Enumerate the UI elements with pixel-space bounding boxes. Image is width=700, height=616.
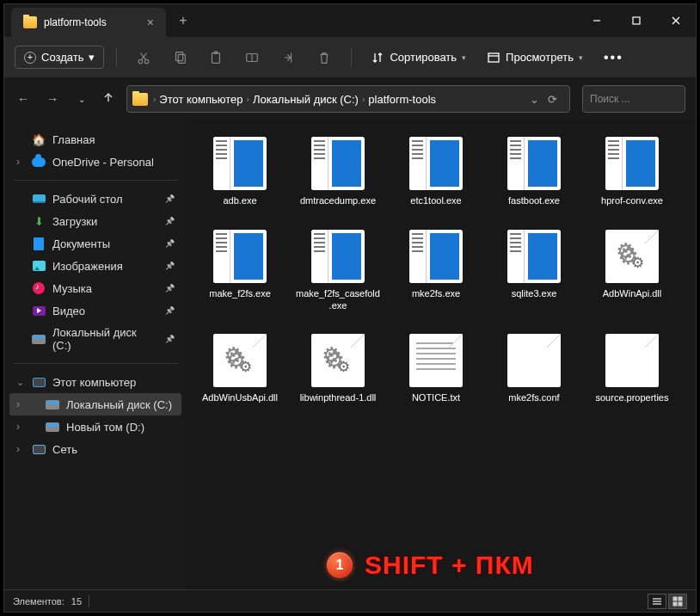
sidebar-item-onedrive[interactable]: OneDrive - Personal bbox=[9, 151, 181, 173]
sidebar-item-home[interactable]: 🏠Главная bbox=[9, 128, 181, 151]
exe-icon bbox=[213, 137, 267, 190]
sidebar-item-drive-c[interactable]: Локальный диск (C:) bbox=[9, 393, 181, 416]
search-input[interactable]: Поиск ... bbox=[582, 85, 685, 113]
breadcrumb[interactable]: › Этот компьютер › Локальный диск (C:) ›… bbox=[126, 85, 570, 113]
minimize-button[interactable] bbox=[577, 4, 617, 37]
breadcrumb-item[interactable]: platform-tools bbox=[368, 93, 436, 106]
view-icon bbox=[487, 51, 500, 65]
svg-line-7 bbox=[141, 52, 146, 59]
paste-button[interactable] bbox=[201, 45, 230, 71]
forward-button[interactable]: → bbox=[44, 92, 61, 106]
cut-button[interactable] bbox=[129, 45, 158, 71]
exe-icon bbox=[409, 230, 463, 283]
recent-dropdown[interactable]: ⌄ bbox=[73, 95, 90, 104]
create-button[interactable]: + Создать ▾ bbox=[15, 46, 104, 69]
file-label: AdbWinUsbApi.dll bbox=[202, 392, 278, 404]
rename-button[interactable] bbox=[237, 45, 267, 71]
close-tab-icon[interactable]: × bbox=[147, 15, 154, 29]
delete-button[interactable] bbox=[310, 45, 339, 71]
file-item[interactable]: make_f2fs_casefold.exe bbox=[292, 226, 384, 316]
file-item[interactable]: mke2fs.exe bbox=[390, 226, 482, 316]
file-item[interactable]: NOTICE.txt bbox=[390, 330, 482, 408]
download-icon: ⬇ bbox=[32, 214, 46, 228]
up-button[interactable] bbox=[102, 91, 114, 107]
search-placeholder: Поиск ... bbox=[590, 93, 630, 105]
desktop-icon bbox=[32, 192, 46, 206]
dll-icon: ⚙⚙ bbox=[311, 334, 365, 387]
content-area[interactable]: adb.exedmtracedump.exeetc1tool.exefastbo… bbox=[187, 120, 696, 589]
copy-button[interactable] bbox=[165, 45, 194, 71]
file-label: sqlite3.exe bbox=[512, 288, 557, 300]
sort-button[interactable]: Сортировать ▾ bbox=[364, 46, 473, 69]
file-item[interactable]: adb.exe bbox=[193, 133, 286, 211]
sidebar-item-video[interactable]: Видео bbox=[9, 299, 181, 322]
chevron-down-icon: ▾ bbox=[462, 53, 466, 62]
music-icon bbox=[32, 281, 46, 295]
chevron-down-icon: ▾ bbox=[579, 53, 583, 62]
sidebar-item-desktop[interactable]: Рабочий стол bbox=[9, 188, 181, 210]
annotation-text: SHIFT + ПКМ bbox=[365, 551, 534, 580]
more-button[interactable]: ••• bbox=[597, 50, 630, 65]
sidebar-item-downloads[interactable]: ⬇Загрузки bbox=[9, 210, 181, 232]
sidebar-item-music[interactable]: Музыка bbox=[9, 277, 181, 299]
tab-active[interactable]: platform-tools × bbox=[11, 8, 166, 37]
sidebar-item-thispc[interactable]: Этот компьютер bbox=[9, 371, 181, 393]
chevron-right-icon: › bbox=[247, 95, 249, 104]
sidebar-item-documents[interactable]: Документы bbox=[9, 232, 181, 255]
file-item[interactable]: hprof-conv.exe bbox=[586, 133, 679, 211]
icons-view-button[interactable] bbox=[668, 594, 687, 609]
file-item[interactable]: source.properties bbox=[586, 330, 679, 408]
sidebar-item-pictures[interactable]: Изображения bbox=[9, 255, 181, 277]
item-count-label: Элементов: bbox=[13, 596, 64, 607]
exe-icon bbox=[311, 230, 365, 283]
file-item[interactable]: ⚙⚙libwinpthread-1.dll bbox=[292, 330, 384, 408]
sidebar-item-drive-d[interactable]: Новый том (D:) bbox=[9, 416, 181, 438]
create-label: Создать bbox=[41, 51, 83, 64]
svg-rect-10 bbox=[212, 52, 220, 63]
separator bbox=[13, 363, 178, 364]
txt-icon bbox=[409, 334, 463, 387]
breadcrumb-item[interactable]: Этот компьютер bbox=[159, 93, 243, 106]
file-label: hprof-conv.exe bbox=[601, 195, 663, 207]
image-icon bbox=[32, 259, 46, 273]
file-label: AdbWinApi.dll bbox=[603, 288, 661, 300]
file-label: fastboot.exe bbox=[508, 195, 560, 207]
body: 🏠Главная OneDrive - Personal Рабочий сто… bbox=[4, 120, 696, 589]
svg-rect-21 bbox=[673, 602, 677, 606]
annotation-badge: 1 bbox=[327, 552, 353, 578]
file-item[interactable]: dmtracedump.exe bbox=[292, 133, 384, 211]
details-view-button[interactable] bbox=[648, 594, 666, 609]
svg-line-6 bbox=[142, 52, 147, 59]
view-button[interactable]: Просмотреть ▾ bbox=[480, 46, 590, 69]
tab-title: platform-tools bbox=[44, 16, 140, 28]
file-item[interactable]: etc1tool.exe bbox=[390, 133, 482, 211]
refresh-button[interactable]: ⟳ bbox=[548, 93, 557, 106]
sidebar-item-drive-c[interactable]: Локальный диск (C:) bbox=[9, 322, 181, 356]
annotation-overlay: 1 SHIFT + ПКМ bbox=[327, 551, 534, 580]
exe-icon bbox=[213, 230, 267, 283]
maximize-button[interactable] bbox=[617, 4, 656, 37]
file-item[interactable]: mke2fs.conf bbox=[488, 330, 580, 408]
share-button[interactable] bbox=[273, 45, 303, 71]
chevron-down-icon: ▾ bbox=[89, 51, 95, 64]
svg-rect-20 bbox=[679, 597, 682, 601]
sidebar-item-network[interactable]: Сеть bbox=[9, 438, 181, 460]
file-item[interactable]: ⚙⚙AdbWinUsbApi.dll bbox=[193, 330, 286, 408]
separator bbox=[351, 48, 352, 67]
toolbar: + Создать ▾ Сортировать ▾ Просмотреть ▾ … bbox=[4, 37, 696, 78]
separator bbox=[89, 595, 89, 607]
file-item[interactable]: sqlite3.exe bbox=[488, 226, 580, 316]
back-button[interactable]: ← bbox=[15, 92, 32, 106]
new-tab-button[interactable]: + bbox=[166, 4, 200, 37]
breadcrumb-item[interactable]: Локальный диск (C:) bbox=[253, 93, 359, 106]
file-item[interactable]: ⚙⚙AdbWinApi.dll bbox=[586, 226, 679, 316]
svg-point-4 bbox=[139, 59, 144, 64]
file-item[interactable]: fastboot.exe bbox=[488, 133, 580, 211]
file-item[interactable]: make_f2fs.exe bbox=[193, 226, 286, 316]
sort-label: Сортировать bbox=[390, 51, 457, 64]
close-button[interactable] bbox=[656, 4, 696, 37]
chevron-down-icon[interactable]: ⌄ bbox=[530, 93, 539, 106]
svg-rect-22 bbox=[679, 602, 682, 606]
video-icon bbox=[32, 304, 46, 317]
file-label: libwinpthread-1.dll bbox=[300, 392, 377, 404]
